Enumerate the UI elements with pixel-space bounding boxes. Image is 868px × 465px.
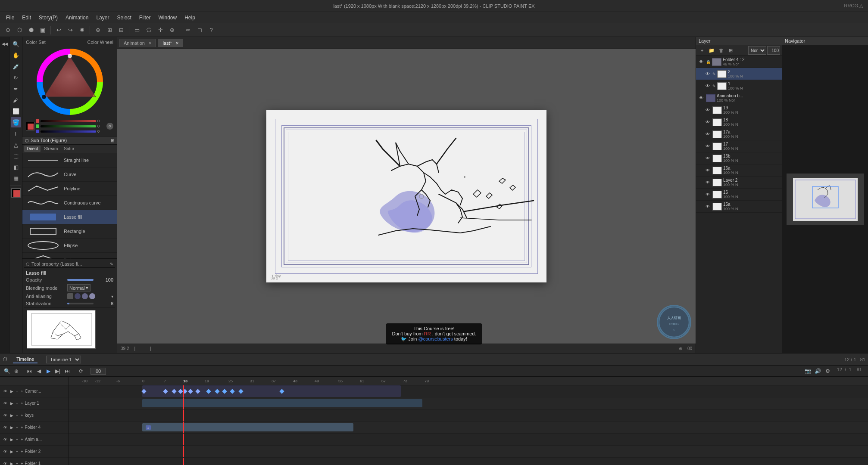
tl-next-frame-btn[interactable]: ▶| — [53, 367, 62, 375]
transform-icon[interactable]: ⊕ — [167, 25, 177, 35]
tl-arrow-folder2[interactable]: ▶ — [10, 450, 13, 454]
expand-btn-left[interactable]: ◀◀ — [0, 39, 10, 49]
tl-add-camera[interactable]: + — [16, 389, 18, 394]
layer-opacity-input[interactable] — [767, 46, 780, 55]
tl-camera-btn[interactable]: 📷 — [804, 367, 812, 375]
tab-satur[interactable]: Satur — [61, 146, 77, 152]
tl-arrow-anim[interactable]: ▶ — [10, 437, 13, 442]
menu-filter[interactable]: Filter — [136, 14, 154, 22]
eyedrop-tool[interactable]: 💉 — [11, 61, 21, 71]
menu-help[interactable]: Help — [181, 14, 199, 22]
tl-last-frame-btn[interactable]: ⏭ — [63, 367, 72, 375]
tl-eye-folder4[interactable]: 👁 — [3, 425, 9, 430]
menu-story[interactable]: Story(P) — [35, 14, 61, 22]
tl-first-frame-btn[interactable]: ⏮ — [25, 367, 34, 375]
stabilization-slider[interactable] — [67, 303, 94, 304]
toolbar-icon-7[interactable]: ⊞ — [104, 25, 115, 35]
playhead-anim[interactable] — [183, 434, 184, 445]
playhead-layer1[interactable] — [183, 397, 184, 409]
gradient-tool[interactable]: ▦ — [11, 173, 21, 183]
move-tool[interactable]: ✋ — [11, 50, 21, 60]
eye-18[interactable]: 👁 — [704, 119, 711, 126]
timeline-name-select[interactable]: Timeline 1 — [46, 356, 81, 363]
text-tool[interactable]: T — [11, 128, 21, 139]
tl-loop-btn[interactable]: ⟳ — [77, 367, 85, 375]
eye-17[interactable]: 👁 — [704, 143, 711, 150]
tl-eye-layer1[interactable]: 👁 — [3, 401, 9, 406]
menu-animation[interactable]: Animation — [62, 14, 92, 22]
figure-tool-lasso-fill[interactable]: Lasso fill — [22, 210, 117, 224]
select-lasso-icon[interactable]: ⬠ — [144, 25, 154, 35]
layer-2b[interactable]: 👁 Layer 2 100 % N — [696, 177, 782, 189]
tl-settings-btn[interactable]: ⚙ — [824, 367, 832, 375]
tl-prev-frame-btn[interactable]: ◀ — [34, 367, 43, 375]
layer-tool[interactable]: ◧ — [11, 162, 21, 172]
layer-eye-1[interactable]: 👁 — [704, 83, 711, 90]
brush-tool[interactable]: 🖌 — [11, 95, 21, 105]
tl-zoom-in-btn[interactable]: ⊕ — [12, 367, 21, 375]
fill-tool[interactable]: 🪣 — [11, 117, 21, 127]
figure-tool-rectangle[interactable]: Rectangle — [22, 224, 117, 239]
tl-add2-keys[interactable]: + — [21, 413, 23, 418]
toolbar-icon-5[interactable]: ✺ — [77, 25, 87, 35]
tl-add2-folder4[interactable]: + — [21, 425, 23, 430]
layer-2[interactable]: 👁 ✎ 2 100 % N — [696, 68, 782, 80]
pen-tool[interactable]: ✒ — [11, 84, 21, 94]
tl-eye-folder1[interactable]: 👁 — [3, 462, 9, 465]
rotate-tool[interactable]: ↻ — [11, 72, 21, 83]
toolbar-icon-2[interactable]: ⬡ — [14, 25, 25, 35]
playhead-folder2[interactable] — [183, 446, 184, 457]
aa-low-icon[interactable] — [75, 293, 81, 299]
tl-add2-anim[interactable]: + — [21, 437, 23, 442]
layer-16[interactable]: 👁 16 100 % N — [696, 189, 782, 201]
select-rect-icon[interactable]: ▭ — [132, 25, 142, 35]
redo-btn[interactable]: ↪ — [65, 25, 75, 35]
tab-animation[interactable]: Animation × — [119, 39, 156, 47]
tl-add2-layer1[interactable]: + — [21, 401, 23, 406]
toolbar-icon-4[interactable]: ▣ — [37, 25, 48, 35]
figure-tool-ellipse[interactable]: Ellipse — [22, 239, 117, 253]
help-icon[interactable]: ? — [206, 25, 216, 35]
figure-tool-curve[interactable]: Curve — [22, 167, 117, 182]
figure-tool-continuous-curve[interactable]: Continuous curve — [22, 196, 117, 210]
layer-animation-folder[interactable]: 👁 Animation b... 100 % Nor — [696, 92, 782, 104]
close-last-tab-icon[interactable]: × — [176, 40, 178, 46]
figure-tool-polygon[interactable]: Polygon — [22, 253, 117, 258]
delete-layer-btn[interactable]: 🗑 — [717, 46, 725, 55]
tl-arrow-folder1[interactable]: ▶ — [10, 462, 13, 465]
figure-tool[interactable]: △ — [11, 140, 21, 150]
opacity-slider[interactable] — [67, 279, 94, 281]
tl-play-btn[interactable]: ▶ — [44, 367, 53, 375]
layer-options-btn[interactable]: ⊞ — [726, 46, 735, 55]
layer-17[interactable]: 👁 17 100 % N — [696, 140, 782, 152]
layer-1[interactable]: 👁 ✎ 1 100 % N — [696, 80, 782, 92]
figure-tool-polyline[interactable]: Polyline — [22, 182, 117, 196]
menu-select[interactable]: Select — [113, 14, 134, 22]
tl-audio-btn[interactable]: 🔊 — [814, 367, 822, 375]
tl-eye-folder2[interactable]: 👁 — [3, 450, 9, 454]
color-primary[interactable] — [11, 188, 21, 198]
layer-18[interactable]: 👁 18 100 % N — [696, 116, 782, 128]
tool-property-edit-icon[interactable]: ✎ — [110, 262, 113, 267]
tl-eye-camera[interactable]: 👁 — [3, 389, 9, 394]
tl-add-folder4[interactable]: + — [16, 425, 18, 430]
toolbar-icon-1[interactable]: ⊙ — [3, 25, 13, 35]
tl-arrow-camera[interactable]: ▶ — [10, 389, 13, 394]
layer-eye-anim[interactable]: 👁 — [698, 95, 705, 102]
toolbar-icon-3[interactable]: ⬢ — [26, 25, 36, 35]
tl-add2-folder1[interactable]: + — [21, 462, 23, 465]
color-wheel[interactable] — [35, 47, 104, 116]
layer-16b[interactable]: 👁 16b 100 % N — [696, 152, 782, 164]
menu-layer[interactable]: Layer — [93, 14, 112, 22]
tl-add2-camera[interactable]: + — [21, 389, 23, 394]
timeline-playhead[interactable] — [183, 385, 184, 397]
eye-16b[interactable]: 👁 — [704, 155, 711, 162]
undo-btn[interactable]: ↩ — [53, 25, 64, 35]
eye-15a[interactable]: 👁 — [704, 203, 711, 210]
sub-tool-options-icon[interactable]: ⊞ — [111, 138, 114, 143]
move-icon[interactable]: ✛ — [155, 25, 165, 35]
layer-16a[interactable]: 👁 16a 100 % N — [696, 164, 782, 177]
aa-med-icon[interactable] — [82, 293, 88, 299]
layer-15a[interactable]: 👁 15a 100 % N — [696, 201, 782, 213]
zoom-tool[interactable]: 🔍 — [11, 39, 21, 49]
